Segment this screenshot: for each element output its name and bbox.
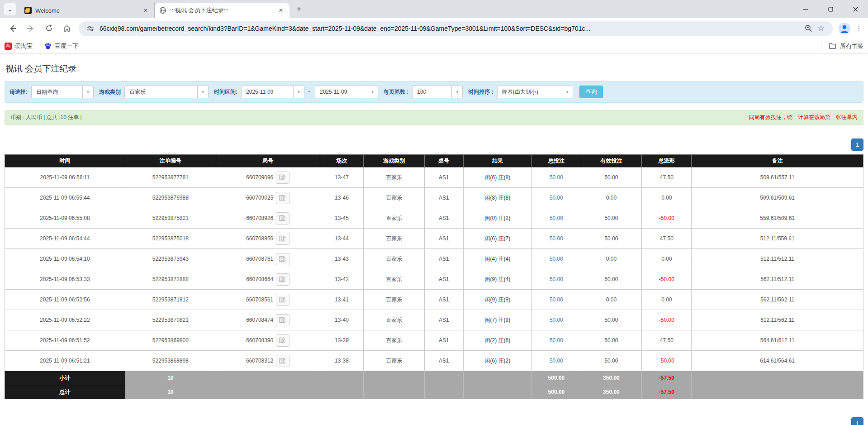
cell-table-no: AS1 [425,351,463,371]
all-bookmarks[interactable]: 所有书签 [821,42,863,51]
cell-game: 百家乐 [364,229,425,249]
query-type-select[interactable]: 日期查询 ▼ [31,86,94,98]
per-page-select[interactable]: 100 ▼ [412,86,463,98]
col-table-no: 桌号 [425,155,463,167]
reload-icon[interactable] [41,21,57,36]
col-valid-bet: 有效投注 [581,155,642,167]
chevron-down-icon[interactable]: ▼ [197,86,208,98]
url-text[interactable]: 66cxkj98.com/game/betrecord_search/kind3… [100,25,802,32]
video-replay-icon[interactable] [276,253,289,265]
close-window-icon[interactable] [843,0,868,18]
profile-avatar[interactable] [838,22,851,35]
cell-valid-bet: 50.00 [581,330,642,351]
round-id-text: 660708856 [246,235,273,242]
bookmark-baidu[interactable]: 百度一下 [44,42,78,50]
forward-icon[interactable] [23,21,38,36]
video-replay-icon[interactable] [276,355,289,367]
cell-time: 2025-11-09 06:52:56 [5,290,125,310]
query-type-value: 日期查询 [32,86,82,98]
col-total-bet: 总投注 [532,155,581,167]
video-replay-icon[interactable] [276,172,289,184]
game-kind-select[interactable]: 百家乐 ▼ [124,86,209,98]
video-replay-icon[interactable] [276,192,289,204]
total-bet-link[interactable]: 50.00 [550,215,563,221]
cell-total-bet: 50.00 [532,269,581,290]
total-bet-link[interactable]: 50.00 [550,337,563,344]
chevron-down-icon[interactable]: ⌄ [4,3,16,15]
video-replay-icon[interactable] [276,233,289,245]
total-payout: -57.50 [642,385,692,399]
cell-remark: 509.61/509.61 [692,188,863,208]
cell-session: 13-41 [320,290,364,310]
result-player-label: 闲 [485,256,490,262]
cell-payout: -50.00 [642,269,692,290]
cell-remark: 512.11/559.61 [692,229,863,249]
video-replay-icon[interactable] [276,294,289,306]
home-icon[interactable] [59,21,75,36]
zoom-out-icon[interactable] [802,22,815,35]
total-bet-link[interactable]: 50.00 [550,195,563,201]
result-player-value: (8) [490,195,497,201]
chevron-down-icon[interactable]: ▼ [367,86,378,98]
chevron-down-icon[interactable]: ▼ [293,86,304,98]
cell-round-id: 660708664 [216,269,320,290]
total-total-bet: 500.00 [532,385,581,399]
chevron-down-icon[interactable]: ▼ [451,86,462,98]
filter-panel: 请选择: 日期查询 ▼ 游戏类别 百家乐 ▼ 时间区间: 2025-11-09 … [5,81,863,103]
page-1-button-bottom[interactable]: 1 [851,417,863,425]
search-button[interactable]: 查询 [579,86,603,98]
total-bet-link[interactable]: 50.00 [550,235,563,242]
site-settings-icon[interactable] [84,22,97,35]
cell-result: 闲(8) 庄(8) [463,188,532,208]
time-sort-select[interactable]: 降幂(由大到小) ▼ [497,86,573,98]
url-bar[interactable]: 66cxkj98.com/game/betrecord_search/kind3… [79,21,833,36]
total-bet-link[interactable]: 50.00 [550,296,563,303]
cell-table-no: AS1 [425,249,463,269]
cell-payout: 47.50 [642,330,692,351]
table-row: 2025-11-09 06:55:44 522953876988 6607090… [5,188,863,208]
tab-welcome[interactable]: Welcome ✕ [20,3,155,18]
browser-menu-icon[interactable]: ⋮ [854,22,864,35]
cell-bet-id: 522953868898 [125,351,216,371]
cell-bet-id: 522953872888 [125,269,216,290]
video-replay-icon[interactable] [276,212,289,224]
game-kind-label: 游戏类别 [99,88,121,96]
close-icon[interactable]: ✕ [142,6,150,14]
date-end-select[interactable]: 2025-11-09 ▼ [315,86,378,98]
result-player-value: (4) [490,256,497,262]
cell-time: 2025-11-09 06:51:52 [5,330,125,351]
taobao-icon: 淘 [5,43,12,50]
video-replay-icon[interactable] [276,334,289,347]
total-bet-link[interactable]: 50.00 [550,317,563,323]
cell-remark: 509.61/557.11 [692,167,863,188]
cell-game: 百家乐 [364,167,425,188]
total-bet-link[interactable]: 50.00 [550,358,563,364]
new-tab-icon[interactable]: + [293,3,305,15]
globe-icon [159,7,166,14]
maximize-icon[interactable] [818,0,843,18]
table-row: 2025-11-09 06:55:08 522953875821 6607089… [5,208,863,229]
currency-total-text: 币别 : 人民币 | 总共 :10 注单 | [10,114,82,121]
cell-payout: 47.50 [642,229,692,249]
total-bet-link[interactable]: 50.00 [550,174,563,181]
chevron-down-icon[interactable]: ▼ [562,86,573,98]
minimize-icon[interactable] [793,0,818,18]
cell-session: 13-39 [320,330,364,351]
tab-betrecord[interactable]: :::视讯 会员下注纪录::: ✕ [155,3,289,18]
cell-session: 13-46 [320,188,364,208]
back-icon[interactable] [5,21,20,36]
chevron-down-icon[interactable]: ▼ [82,86,93,98]
date-start-select[interactable]: 2025-11-09 ▼ [241,86,304,98]
bookmark-star-icon[interactable]: ☆ [815,22,827,35]
page-1-button[interactable]: 1 [851,138,863,151]
total-bet-link[interactable]: 50.00 [550,276,563,282]
bookmark-aitaobao[interactable]: 淘 爱淘宝 [5,42,33,50]
close-icon[interactable]: ✕ [277,6,285,14]
result-banker-label: 庄 [498,276,504,282]
total-bet-link[interactable]: 50.00 [550,256,563,262]
result-banker-value: (9) [504,317,511,323]
cell-table-no: AS1 [425,330,463,351]
video-replay-icon[interactable] [276,314,289,326]
video-replay-icon[interactable] [276,273,289,286]
cell-remark: 564.61/612.11 [692,330,863,351]
